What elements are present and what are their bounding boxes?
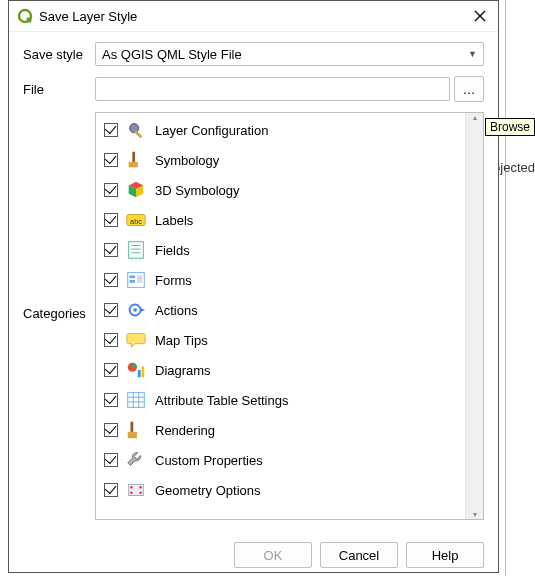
category-checkbox[interactable] — [104, 183, 118, 197]
category-item[interactable]: Fields — [96, 235, 466, 265]
qgis-icon — [17, 8, 33, 24]
category-item[interactable]: Forms — [96, 265, 466, 295]
category-label: Geometry Options — [155, 483, 261, 498]
category-checkbox[interactable] — [104, 483, 118, 497]
window-title: Save Layer Style — [39, 9, 470, 24]
svg-point-35 — [130, 491, 133, 494]
category-label: Rendering — [155, 423, 215, 438]
dialog-content: Save style As QGIS QML Style File ▼ File… — [9, 32, 498, 536]
scroll-up-icon: ▴ — [473, 113, 477, 122]
chevron-down-icon: ▼ — [468, 49, 477, 59]
category-item[interactable]: Actions — [96, 295, 466, 325]
svg-point-36 — [139, 491, 142, 494]
gear-play-icon — [125, 299, 147, 321]
svg-rect-4 — [129, 162, 138, 168]
category-item[interactable]: Map Tips — [96, 325, 466, 355]
svg-marker-21 — [141, 308, 146, 312]
category-checkbox[interactable] — [104, 123, 118, 137]
help-button[interactable]: Help — [406, 542, 484, 568]
gear-wrench-icon — [125, 119, 147, 141]
background-fragment: ojected — [493, 160, 535, 175]
file-input[interactable] — [95, 77, 450, 101]
pie-bar-icon — [125, 359, 147, 381]
category-checkbox[interactable] — [104, 363, 118, 377]
svg-rect-3 — [134, 130, 142, 138]
cancel-button[interactable]: Cancel — [320, 542, 398, 568]
file-label: File — [23, 82, 95, 97]
category-label: Symbology — [155, 153, 219, 168]
form-icon — [125, 269, 147, 291]
scroll-down-icon: ▾ — [473, 510, 477, 519]
table-icon — [125, 389, 147, 411]
categories-list: Layer ConfigurationSymbology3D Symbology… — [95, 112, 484, 520]
wrench-icon — [125, 449, 147, 471]
abc-icon: abc — [125, 209, 147, 231]
cube3d-icon — [125, 179, 147, 201]
browse-button[interactable]: … — [454, 76, 484, 102]
save-style-row: Save style As QGIS QML Style File ▼ — [23, 42, 484, 66]
category-label: Diagrams — [155, 363, 211, 378]
category-item[interactable]: Geometry Options — [96, 475, 466, 505]
svg-rect-23 — [138, 370, 141, 377]
category-checkbox[interactable] — [104, 303, 118, 317]
category-label: Fields — [155, 243, 190, 258]
ok-button[interactable]: OK — [234, 542, 312, 568]
category-checkbox[interactable] — [104, 453, 118, 467]
svg-rect-5 — [132, 152, 135, 162]
categories-row: Categories Layer ConfigurationSymbology3… — [23, 112, 484, 520]
category-checkbox[interactable] — [104, 213, 118, 227]
category-item[interactable]: 3D Symbology — [96, 175, 466, 205]
save-layer-style-dialog: Save Layer Style Save style As QGIS QML … — [8, 0, 499, 573]
scrollbar[interactable]: ▴ ▾ — [465, 113, 483, 519]
svg-point-20 — [133, 308, 137, 312]
svg-rect-30 — [128, 432, 137, 438]
category-item[interactable]: Custom Properties — [96, 445, 466, 475]
background-panel: ojected — [505, 0, 535, 576]
svg-rect-25 — [128, 393, 145, 408]
svg-rect-11 — [129, 242, 144, 259]
svg-rect-1 — [27, 18, 32, 23]
category-checkbox[interactable] — [104, 393, 118, 407]
nodes-icon — [125, 479, 147, 501]
category-label: 3D Symbology — [155, 183, 240, 198]
list-lines-icon — [125, 239, 147, 261]
svg-point-34 — [139, 486, 142, 489]
category-item[interactable]: Diagrams — [96, 355, 466, 385]
category-checkbox[interactable] — [104, 243, 118, 257]
speech-icon — [125, 329, 147, 351]
categories-label: Categories — [23, 112, 95, 321]
svg-point-33 — [130, 486, 133, 489]
category-item[interactable]: abcLabels — [96, 205, 466, 235]
save-style-value: As QGIS QML Style File — [102, 47, 242, 62]
paint-brush-icon — [125, 419, 147, 441]
titlebar: Save Layer Style — [9, 1, 498, 32]
category-label: Attribute Table Settings — [155, 393, 288, 408]
category-label: Actions — [155, 303, 198, 318]
file-row: File … — [23, 76, 484, 102]
category-label: Map Tips — [155, 333, 208, 348]
save-style-dropdown[interactable]: As QGIS QML Style File ▼ — [95, 42, 484, 66]
category-item[interactable]: Rendering — [96, 415, 466, 445]
svg-rect-18 — [137, 275, 143, 282]
category-checkbox[interactable] — [104, 153, 118, 167]
close-button[interactable] — [470, 6, 490, 26]
brush-icon — [125, 149, 147, 171]
save-style-label: Save style — [23, 47, 95, 62]
svg-rect-31 — [131, 422, 134, 432]
svg-text:abc: abc — [130, 217, 142, 226]
category-checkbox[interactable] — [104, 333, 118, 347]
category-label: Custom Properties — [155, 453, 263, 468]
category-item[interactable]: Layer Configuration — [96, 115, 466, 145]
category-item[interactable]: Attribute Table Settings — [96, 385, 466, 415]
category-item[interactable]: Symbology — [96, 145, 466, 175]
svg-rect-16 — [130, 275, 136, 278]
category-checkbox[interactable] — [104, 273, 118, 287]
category-label: Layer Configuration — [155, 123, 268, 138]
svg-rect-24 — [142, 366, 145, 377]
svg-rect-17 — [130, 280, 136, 283]
category-label: Forms — [155, 273, 192, 288]
category-label: Labels — [155, 213, 193, 228]
category-checkbox[interactable] — [104, 423, 118, 437]
browse-tooltip: Browse — [485, 118, 535, 136]
dialog-buttons: OK Cancel Help — [9, 542, 498, 568]
